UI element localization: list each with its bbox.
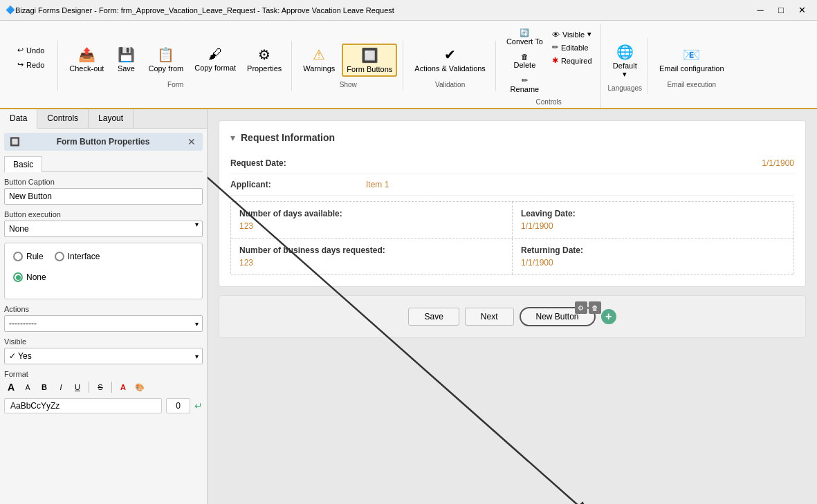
add-button[interactable]: + <box>601 309 616 324</box>
format-underline[interactable]: U <box>71 380 84 394</box>
email-config-button[interactable]: 📧 Email configuration <box>655 44 728 75</box>
delete-button[interactable]: 🗑 Delete <box>503 50 547 71</box>
properties-button[interactable]: ⚙ Properties <box>243 44 286 75</box>
visible-select-wrapper: ✓ Yes ▾ <box>4 348 203 364</box>
button-execution-label: Button execution <box>4 210 203 218</box>
copy-format-button[interactable]: 🖌 Copy format <box>190 44 240 75</box>
request-date-row: Request Date: 1/1/1900 <box>230 153 794 174</box>
close-button[interactable]: ✕ <box>792 3 811 18</box>
undo-button[interactable]: ↩ Undo <box>12 44 49 57</box>
applicant-value: Item 1 <box>366 180 389 189</box>
button-overlay-icons: ⚙ 🗑 <box>575 301 601 314</box>
editable-toggle[interactable]: ✏ Editable <box>549 42 595 53</box>
format-preview: AaBbCcYyZz ↵ <box>4 398 203 413</box>
rename-icon: ✏ <box>522 76 528 85</box>
redo-button[interactable]: ↪ Redo <box>12 58 49 71</box>
button-gear-icon[interactable]: ⚙ <box>575 301 587 314</box>
actions-field: Actions ---------- ▾ <box>4 305 203 332</box>
minimize-button[interactable]: ─ <box>751 3 770 18</box>
convert-to-button[interactable]: 🔄 Convert To <box>503 26 547 48</box>
checkout-button[interactable]: 📤 Check-out <box>65 44 108 75</box>
button-caption-label: Button Caption <box>4 178 203 186</box>
radio-none-label: None <box>26 272 46 282</box>
collapse-icon[interactable]: ▾ <box>230 132 235 143</box>
format-highlight[interactable]: 🎨 <box>133 380 147 394</box>
visible-toggle[interactable]: 👁 Visible ▾ <box>549 29 595 39</box>
form-buttons-icon: 🔲 <box>361 47 378 64</box>
visible-select[interactable]: ✓ Yes <box>4 348 203 364</box>
format-small-a[interactable]: A <box>21 380 35 394</box>
preview-apply-icon[interactable]: ↵ <box>194 400 203 411</box>
format-large-a[interactable]: A <box>4 380 18 394</box>
format-strikethrough[interactable]: S <box>93 380 107 394</box>
days-available-value: 123 <box>239 221 253 231</box>
radio-interface[interactable]: Interface <box>55 252 100 261</box>
copy-format-icon: 🖌 <box>208 46 222 62</box>
actions-icon: ✔ <box>444 46 456 63</box>
button-execution-field: Button execution Rule Interface None ▾ <box>4 210 203 237</box>
button-execution-select[interactable]: Rule Interface None <box>4 221 203 237</box>
undo-icon: ↩ <box>17 46 24 55</box>
save-icon: 💾 <box>118 46 135 63</box>
copy-from-button[interactable]: 📋 Copy from <box>144 44 187 75</box>
leaving-date-value: 1/1/1900 <box>521 221 553 231</box>
days-available-label: Number of days available: <box>239 209 504 218</box>
grid-row-2: Number of business days requested: 123 R… <box>231 238 793 274</box>
bottom-buttons-card: Save Next New Button ⚙ 🗑 + <box>219 295 806 338</box>
request-info-card: ▾ Request Information Request Date: 1/1/… <box>219 120 806 287</box>
format-color[interactable]: A <box>116 380 130 394</box>
properties-panel: 🔲 Form Button Properties ✕ Basic Button … <box>0 129 207 504</box>
basic-tab-container: Basic <box>4 156 203 172</box>
editable-icon: ✏ <box>552 43 558 52</box>
visible-icon: 👁 <box>552 30 560 39</box>
actions-select[interactable]: ---------- <box>4 315 203 332</box>
app-icon: 🔷 <box>6 6 15 15</box>
format-bold[interactable]: B <box>37 380 51 394</box>
returning-date-value: 1/1/1900 <box>521 258 553 268</box>
tab-controls[interactable]: Controls <box>37 109 89 128</box>
radio-none[interactable]: None <box>10 270 196 285</box>
checkout-icon: 📤 <box>78 46 95 63</box>
email-icon: 📧 <box>683 46 700 63</box>
default-language-button[interactable]: 🌐 Default ▾ <box>609 41 641 82</box>
ribbon-group-show: ⚠ Warnings 🔲 Form Buttons Show <box>293 41 403 91</box>
tab-layout[interactable]: Layout <box>89 109 134 128</box>
returning-date-cell: Returning Date: 1/1/1900 <box>513 239 793 274</box>
applicant-row: Applicant: Item 1 <box>230 174 794 196</box>
required-toggle[interactable]: ✱ Required <box>549 55 595 66</box>
props-close-button[interactable]: ✕ <box>186 136 197 147</box>
warnings-button[interactable]: ⚠ Warnings <box>299 44 339 75</box>
format-italic[interactable]: I <box>54 380 68 394</box>
radio-interface-label: Interface <box>68 252 100 261</box>
tab-data[interactable]: Data <box>0 109 37 129</box>
button-caption-input[interactable] <box>4 188 203 205</box>
button-trash-icon[interactable]: 🗑 <box>589 301 601 314</box>
delete-icon: 🗑 <box>521 53 529 61</box>
visible-field: Visible ✓ Yes ▾ <box>4 337 203 364</box>
maximize-button[interactable]: □ <box>771 3 791 18</box>
applicant-label: Applicant: <box>230 180 355 189</box>
ribbon: ↩ Undo ↪ Redo 📤 Check-out 💾 Save <box>0 21 817 109</box>
visible-dropdown-icon: ▾ <box>587 30 591 39</box>
card-header: ▾ Request Information <box>230 132 794 143</box>
rename-button[interactable]: ✏ Rename <box>503 74 547 95</box>
format-separator2 <box>111 382 112 393</box>
radio-rule[interactable]: Rule <box>13 252 44 261</box>
actions-validations-button[interactable]: ✔ Actions & Validations <box>410 44 490 75</box>
returning-date-label: Returning Date: <box>521 245 785 255</box>
next-form-button[interactable]: Next <box>465 308 514 326</box>
redo-icon: ↪ <box>17 60 24 69</box>
ribbon-group-languages: 🌐 Default ▾ Languages <box>603 38 649 94</box>
button-caption-field: Button Caption <box>4 178 203 210</box>
save-form-button[interactable]: Save <box>408 308 459 326</box>
basic-tab[interactable]: Basic <box>4 156 42 172</box>
language-dropdown-icon: ▾ <box>623 70 627 79</box>
warnings-icon: ⚠ <box>313 46 325 63</box>
convert-to-icon: 🔄 <box>520 28 529 37</box>
days-available-cell: Number of days available: 123 <box>231 202 513 238</box>
format-separator <box>89 382 89 393</box>
preview-num-input[interactable] <box>166 398 190 413</box>
form-buttons-button[interactable]: 🔲 Form Buttons <box>342 44 397 77</box>
save-button[interactable]: 💾 Save <box>111 44 141 75</box>
request-date-label: Request Date: <box>230 158 355 168</box>
